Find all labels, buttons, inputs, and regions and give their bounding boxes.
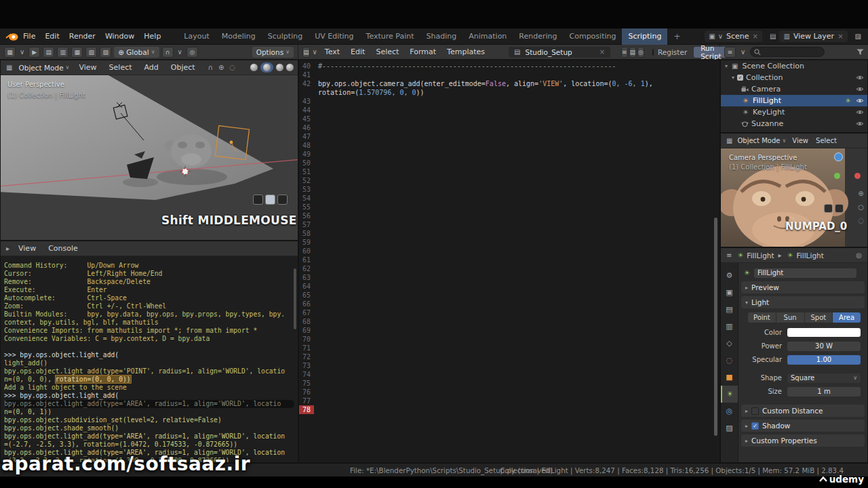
light-type-area[interactable]: Area [833, 312, 861, 323]
light-type-point[interactable]: Point [748, 312, 776, 323]
color-swatch[interactable] [787, 328, 861, 337]
snap-icon[interactable]: ∩ [207, 64, 214, 71]
view-layer-selector[interactable]: ▥ View Layer × [779, 30, 847, 42]
object-tab-icon[interactable]: ■ [721, 369, 738, 386]
console-scrollbar[interactable] [294, 268, 296, 329]
close-icon[interactable]: × [598, 48, 606, 56]
register-checkbox[interactable] [652, 49, 654, 56]
text-editor[interactable]: 4041424344454647484950515253545556575859… [298, 60, 720, 463]
tab-compositing[interactable]: Compositing [564, 28, 623, 45]
overlays-icon[interactable]: ◌ [228, 64, 237, 71]
view-layer-name[interactable]: View Layer [791, 32, 836, 41]
shading-wireframe-icon[interactable] [250, 64, 258, 71]
tab-sculpting[interactable]: Sculpting [262, 28, 309, 45]
power-field[interactable]: 30 W [787, 342, 861, 351]
menu-text-select[interactable]: Select [371, 47, 403, 56]
header-toggle-button-1[interactable]: ▤ [43, 47, 54, 58]
outliner-row-scene-collection[interactable]: ▾ ▣ Scene Collection [721, 60, 867, 72]
new-view-layer-icon[interactable]: ▨ [854, 33, 863, 40]
output-tab-icon[interactable]: ▤ [721, 301, 738, 318]
tool-tab-icon[interactable]: ⚙ [721, 267, 738, 284]
pin-icon[interactable]: ◎ [854, 251, 863, 259]
light-data-tab-icon[interactable]: ☀ [721, 386, 738, 403]
shading-rendered-icon[interactable] [286, 64, 294, 71]
menu-format[interactable]: Format [405, 47, 441, 56]
shading-solid-icon[interactable] [260, 62, 273, 73]
scene-selector[interactable]: ▣ ∨ Scene × [705, 30, 762, 42]
editor-collapse-icon[interactable]: ▸ [5, 245, 11, 252]
outliner-type-icon[interactable]: ≡ [724, 47, 736, 58]
shading-material-icon[interactable] [276, 64, 283, 71]
shape-dropdown[interactable]: Square ∨ [787, 373, 861, 383]
outliner-row-suzanne[interactable]: Suzanne [721, 118, 867, 129]
pan-icon[interactable]: ○ [858, 204, 864, 211]
outliner-row-collection[interactable]: ▾ ✓ Collection [721, 72, 867, 83]
size-field[interactable]: 1 m [787, 387, 861, 396]
new-scene-icon[interactable]: ▤ [768, 33, 777, 40]
add-workspace-button[interactable]: + [667, 28, 686, 45]
eye-icon[interactable] [856, 75, 864, 81]
line-numbers-toggle-icon[interactable]: ≡ [621, 47, 628, 58]
menu-console-view[interactable]: View [14, 244, 41, 253]
console-output[interactable]: Command History: Up/Down Arrow Cursor: L… [1, 256, 298, 462]
zoom-icon[interactable]: ⊕ [858, 190, 864, 197]
world-tab-icon[interactable]: ◌ [721, 352, 738, 369]
tab-layout[interactable]: Layout [178, 28, 215, 45]
scene-name[interactable]: Scene [724, 32, 751, 41]
outliner-label[interactable]: Scene Collection [742, 62, 804, 70]
section-custom-properties[interactable]: ▸ Custom Properties [741, 434, 865, 447]
code-area[interactable]: #---------------------------------------… [318, 62, 710, 97]
outliner-label[interactable]: Camera [751, 85, 781, 94]
view-layer-tab-icon[interactable]: ▥ [721, 318, 738, 335]
expand-caret-icon[interactable]: ▾ [725, 63, 728, 69]
menu-view[interactable]: View [74, 63, 101, 72]
orientation-dropdown[interactable]: ⊕ Global ∨ [114, 47, 159, 58]
text-datablock-field[interactable]: ▤ Studio_Setup × [509, 47, 610, 58]
outliner-row-filllight[interactable]: ☀ FillLight ☀ [721, 95, 867, 106]
tab-shading[interactable]: Shading [420, 28, 463, 45]
header-toggle-button-2[interactable]: ▥ [57, 47, 68, 58]
menu-render[interactable]: Render [64, 32, 100, 41]
options-dropdown[interactable]: Options ∨ [252, 47, 294, 58]
section-light[interactable]: ▾ Light [741, 296, 865, 308]
play-button[interactable]: ▶ [28, 47, 40, 58]
menu-view[interactable]: View [789, 137, 811, 144]
light-type-sun[interactable]: Sun [776, 312, 805, 323]
menu-help[interactable]: Help [139, 32, 165, 41]
light-name-field[interactable]: FillLight [754, 268, 856, 278]
menu-select[interactable]: Select [104, 63, 137, 72]
mode-dropdown[interactable]: Object Mode ∨ [16, 62, 71, 73]
header-toggle-button-5[interactable]: ▨ [100, 47, 111, 58]
text-editor-type-icon[interactable]: ▤ [302, 47, 310, 58]
menu-object[interactable]: Object [166, 63, 200, 72]
camera-toggle-icon[interactable]: ◌ [858, 218, 864, 224]
filter-icon[interactable] [856, 49, 864, 56]
menu-text-edit[interactable]: Edit [346, 47, 370, 56]
menu-select[interactable]: Select [813, 137, 840, 144]
menu-console[interactable]: Console [43, 244, 83, 253]
outliner-search-input[interactable] [750, 47, 825, 57]
menu-templates[interactable]: Templates [442, 47, 490, 56]
editor-type-icon[interactable]: ▦ [4, 47, 16, 58]
properties-type-icon[interactable]: ≡ [725, 251, 733, 259]
tab-texture-paint[interactable]: Texture Paint [360, 28, 420, 45]
header-toggle-button-3[interactable]: ▦ [71, 47, 83, 58]
section-shadow[interactable]: ▸ ✓ Shadow [741, 420, 865, 432]
gizmo-y-axis[interactable] [834, 173, 840, 179]
snap-magnet-icon[interactable]: ∩ [162, 47, 174, 58]
expand-caret-icon[interactable]: ▾ [732, 75, 734, 81]
tab-uv-editing[interactable]: UV Editing [309, 28, 359, 45]
physics-tab-icon[interactable]: ◎ [721, 403, 738, 420]
header-toggle-button-4[interactable]: ▧ [85, 47, 97, 58]
render-tab-icon[interactable]: ▣ [721, 284, 738, 301]
menu-file[interactable]: File [18, 32, 40, 41]
breadcrumb-data[interactable]: ☀ FillLight [786, 251, 824, 260]
eye-icon[interactable] [856, 86, 864, 92]
scene-browse-icon[interactable]: ▣ [707, 33, 716, 40]
close-icon[interactable]: × [751, 33, 760, 40]
eye-icon[interactable] [856, 121, 864, 127]
menu-window[interactable]: Window [100, 32, 139, 41]
blender-logo-icon[interactable] [5, 32, 18, 41]
breadcrumb-object[interactable]: ☀ FillLight [736, 251, 774, 260]
close-icon[interactable]: × [836, 33, 844, 40]
